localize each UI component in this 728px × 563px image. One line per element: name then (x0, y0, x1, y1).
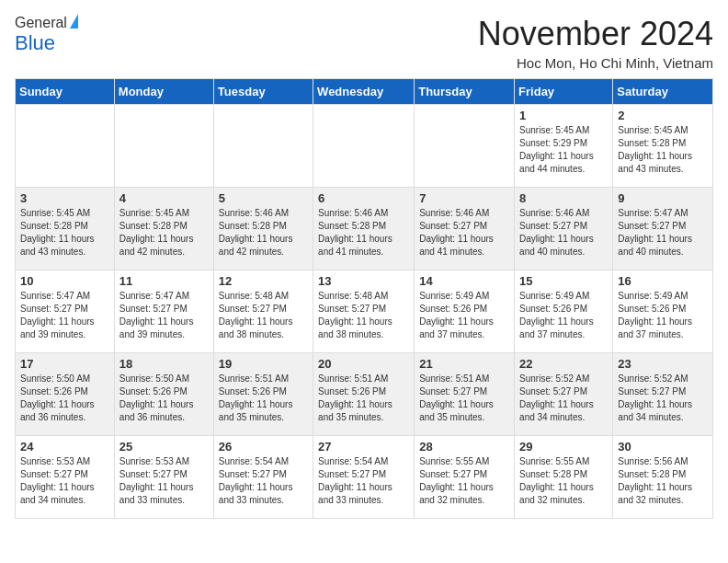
calendar-cell (313, 105, 415, 188)
day-number: 22 (519, 357, 608, 371)
calendar-cell: 28Sunrise: 5:55 AM Sunset: 5:27 PM Dayli… (415, 436, 515, 519)
calendar-table: SundayMondayTuesdayWednesdayThursdayFrid… (15, 78, 713, 519)
day-info: Sunrise: 5:55 AM Sunset: 5:27 PM Dayligh… (419, 455, 509, 507)
day-info: Sunrise: 5:48 AM Sunset: 5:27 PM Dayligh… (219, 290, 308, 341)
day-number: 2 (618, 109, 708, 122)
header: General Blue November 2024 Hoc Mon, Ho C… (15, 15, 713, 71)
day-info: Sunrise: 5:53 AM Sunset: 5:27 PM Dayligh… (119, 455, 209, 507)
calendar-cell: 10Sunrise: 5:47 AM Sunset: 5:27 PM Dayli… (16, 270, 115, 353)
logo-triangle-icon (70, 14, 78, 29)
day-info: Sunrise: 5:52 AM Sunset: 5:27 PM Dayligh… (519, 373, 608, 424)
day-number: 13 (318, 274, 409, 288)
calendar-cell: 23Sunrise: 5:52 AM Sunset: 5:27 PM Dayli… (613, 353, 713, 436)
day-info: Sunrise: 5:49 AM Sunset: 5:26 PM Dayligh… (618, 290, 708, 341)
day-number: 27 (318, 440, 409, 454)
day-number: 21 (419, 357, 509, 371)
calendar-cell: 19Sunrise: 5:51 AM Sunset: 5:26 PM Dayli… (213, 353, 313, 436)
day-info: Sunrise: 5:47 AM Sunset: 5:27 PM Dayligh… (618, 207, 708, 259)
day-number: 15 (519, 274, 608, 288)
weekday-header-friday: Friday (515, 79, 613, 105)
day-number: 5 (219, 191, 308, 205)
day-info: Sunrise: 5:51 AM Sunset: 5:26 PM Dayligh… (219, 373, 308, 424)
day-info: Sunrise: 5:51 AM Sunset: 5:27 PM Dayligh… (419, 373, 509, 424)
day-number: 18 (119, 357, 209, 371)
calendar-cell: 6Sunrise: 5:46 AM Sunset: 5:28 PM Daylig… (313, 188, 415, 270)
month-title: November 2024 (478, 15, 713, 53)
day-number: 20 (318, 357, 409, 371)
calendar-cell: 21Sunrise: 5:51 AM Sunset: 5:27 PM Dayli… (415, 353, 515, 436)
day-number: 19 (219, 357, 308, 371)
logo-blue-text: Blue (15, 31, 55, 55)
day-info: Sunrise: 5:45 AM Sunset: 5:28 PM Dayligh… (618, 124, 708, 176)
calendar-cell: 15Sunrise: 5:49 AM Sunset: 5:26 PM Dayli… (515, 270, 613, 353)
day-number: 29 (519, 440, 608, 454)
day-number: 6 (318, 191, 409, 205)
day-info: Sunrise: 5:45 AM Sunset: 5:29 PM Dayligh… (519, 124, 608, 176)
day-number: 9 (618, 191, 708, 205)
calendar-cell: 13Sunrise: 5:48 AM Sunset: 5:27 PM Dayli… (313, 270, 415, 353)
calendar-cell: 9Sunrise: 5:47 AM Sunset: 5:27 PM Daylig… (613, 188, 713, 270)
calendar-week-1: 1Sunrise: 5:45 AM Sunset: 5:29 PM Daylig… (16, 105, 713, 188)
day-number: 26 (219, 440, 308, 454)
day-info: Sunrise: 5:54 AM Sunset: 5:27 PM Dayligh… (318, 455, 409, 507)
weekday-header-tuesday: Tuesday (213, 79, 313, 105)
calendar-cell: 20Sunrise: 5:51 AM Sunset: 5:26 PM Dayli… (313, 353, 415, 436)
calendar-cell: 3Sunrise: 5:45 AM Sunset: 5:28 PM Daylig… (16, 188, 115, 270)
day-info: Sunrise: 5:46 AM Sunset: 5:27 PM Dayligh… (519, 207, 608, 259)
calendar-week-4: 17Sunrise: 5:50 AM Sunset: 5:26 PM Dayli… (16, 353, 713, 436)
calendar-cell: 29Sunrise: 5:55 AM Sunset: 5:28 PM Dayli… (515, 436, 613, 519)
day-info: Sunrise: 5:45 AM Sunset: 5:28 PM Dayligh… (119, 207, 209, 259)
calendar-cell: 4Sunrise: 5:45 AM Sunset: 5:28 PM Daylig… (114, 188, 213, 270)
day-info: Sunrise: 5:56 AM Sunset: 5:28 PM Dayligh… (618, 455, 708, 507)
day-info: Sunrise: 5:47 AM Sunset: 5:27 PM Dayligh… (119, 290, 209, 341)
calendar-cell: 5Sunrise: 5:46 AM Sunset: 5:28 PM Daylig… (213, 188, 313, 270)
day-number: 23 (618, 357, 708, 371)
day-info: Sunrise: 5:45 AM Sunset: 5:28 PM Dayligh… (20, 207, 109, 259)
weekday-header-row: SundayMondayTuesdayWednesdayThursdayFrid… (16, 79, 713, 105)
calendar-cell: 12Sunrise: 5:48 AM Sunset: 5:27 PM Dayli… (213, 270, 313, 353)
day-info: Sunrise: 5:46 AM Sunset: 5:27 PM Dayligh… (419, 207, 509, 259)
calendar-cell: 8Sunrise: 5:46 AM Sunset: 5:27 PM Daylig… (515, 188, 613, 270)
calendar-cell: 24Sunrise: 5:53 AM Sunset: 5:27 PM Dayli… (16, 436, 115, 519)
logo-general-text: General (15, 15, 67, 31)
day-number: 10 (20, 274, 109, 288)
calendar-week-3: 10Sunrise: 5:47 AM Sunset: 5:27 PM Dayli… (16, 270, 713, 353)
day-info: Sunrise: 5:50 AM Sunset: 5:26 PM Dayligh… (20, 373, 109, 424)
day-info: Sunrise: 5:54 AM Sunset: 5:27 PM Dayligh… (219, 455, 308, 507)
day-info: Sunrise: 5:51 AM Sunset: 5:26 PM Dayligh… (318, 373, 409, 424)
day-info: Sunrise: 5:49 AM Sunset: 5:26 PM Dayligh… (419, 290, 509, 341)
weekday-header-thursday: Thursday (415, 79, 515, 105)
day-number: 7 (419, 191, 509, 205)
calendar-week-5: 24Sunrise: 5:53 AM Sunset: 5:27 PM Dayli… (16, 436, 713, 519)
calendar-cell: 2Sunrise: 5:45 AM Sunset: 5:28 PM Daylig… (613, 105, 713, 188)
day-info: Sunrise: 5:48 AM Sunset: 5:27 PM Dayligh… (318, 290, 409, 341)
day-number: 1 (519, 109, 608, 122)
calendar-cell: 22Sunrise: 5:52 AM Sunset: 5:27 PM Dayli… (515, 353, 613, 436)
day-number: 8 (519, 191, 608, 205)
day-number: 4 (119, 191, 209, 205)
weekday-header-sunday: Sunday (16, 79, 115, 105)
day-info: Sunrise: 5:53 AM Sunset: 5:27 PM Dayligh… (20, 455, 109, 507)
day-info: Sunrise: 5:49 AM Sunset: 5:26 PM Dayligh… (519, 290, 608, 341)
calendar-cell: 30Sunrise: 5:56 AM Sunset: 5:28 PM Dayli… (613, 436, 713, 519)
weekday-header-wednesday: Wednesday (313, 79, 415, 105)
day-number: 25 (119, 440, 209, 454)
day-number: 17 (20, 357, 109, 371)
day-info: Sunrise: 5:46 AM Sunset: 5:28 PM Dayligh… (318, 207, 409, 259)
day-info: Sunrise: 5:55 AM Sunset: 5:28 PM Dayligh… (519, 455, 608, 507)
day-number: 16 (618, 274, 708, 288)
weekday-header-monday: Monday (114, 79, 213, 105)
logo: General Blue (15, 15, 78, 55)
calendar-cell: 1Sunrise: 5:45 AM Sunset: 5:29 PM Daylig… (515, 105, 613, 188)
calendar-cell (415, 105, 515, 188)
day-number: 28 (419, 440, 509, 454)
day-number: 12 (219, 274, 308, 288)
day-number: 11 (119, 274, 209, 288)
calendar-cell: 17Sunrise: 5:50 AM Sunset: 5:26 PM Dayli… (16, 353, 115, 436)
calendar-cell (16, 105, 115, 188)
day-info: Sunrise: 5:47 AM Sunset: 5:27 PM Dayligh… (20, 290, 109, 341)
calendar-cell: 27Sunrise: 5:54 AM Sunset: 5:27 PM Dayli… (313, 436, 415, 519)
title-area: November 2024 Hoc Mon, Ho Chi Minh, Viet… (478, 15, 713, 71)
location-title: Hoc Mon, Ho Chi Minh, Vietnam (478, 55, 713, 71)
calendar-cell: 18Sunrise: 5:50 AM Sunset: 5:26 PM Dayli… (114, 353, 213, 436)
